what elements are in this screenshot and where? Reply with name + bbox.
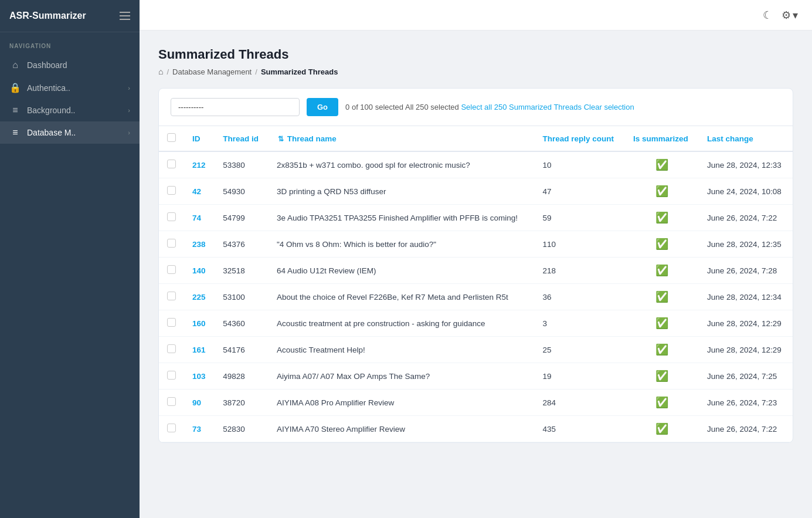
column-thread-id[interactable]: Thread id	[215, 126, 269, 151]
sidebar-item-dashboard[interactable]: ⌂ Dashboard	[0, 54, 140, 76]
select-all-checkbox[interactable]	[167, 133, 176, 142]
id-link[interactable]: 140	[192, 266, 206, 275]
row-checkbox[interactable]	[167, 160, 176, 168]
id-link[interactable]: 42	[192, 187, 201, 196]
summarized-check-icon: ✅	[633, 343, 691, 356]
row-reply-count: 59	[535, 205, 626, 231]
row-id: 161	[184, 337, 215, 363]
table-row: 212 53380 2x8351b + w371 combo. good spl…	[159, 151, 793, 178]
sidebar: ASR-Summarizer NAVIGATION ⌂ Dashboard 🔒 …	[0, 0, 140, 518]
row-id: 103	[184, 363, 215, 390]
column-is-summarized[interactable]: Is summarized	[625, 126, 699, 151]
row-id: 90	[184, 390, 215, 416]
row-id: 225	[184, 284, 215, 310]
row-last-change: June 26, 2024, 7:25	[699, 363, 793, 390]
sidebar-item-database[interactable]: ≡ Database M.. ›	[0, 121, 140, 144]
row-checkbox-cell	[159, 363, 184, 390]
sidebar-item-background[interactable]: ≡ Background.. ›	[0, 99, 140, 121]
row-thread-name: 3D printing a QRD N53 diffuser	[269, 178, 535, 205]
row-id: 212	[184, 151, 215, 178]
row-checkbox-cell	[159, 310, 184, 337]
row-checkbox[interactable]	[167, 424, 176, 432]
row-thread-id: 38720	[215, 390, 269, 416]
column-thread-reply-count[interactable]: Thread reply count	[535, 126, 626, 151]
row-thread-name: Acoustic Treatment Help!	[269, 337, 535, 363]
row-reply-count: 110	[535, 231, 626, 258]
row-checkbox-cell	[159, 390, 184, 416]
row-checkbox[interactable]	[167, 397, 176, 406]
row-is-summarized: ✅	[625, 416, 699, 442]
row-thread-name: 64 Audio U12t Review (IEM)	[269, 258, 535, 284]
row-checkbox[interactable]	[167, 371, 176, 380]
summarized-check-icon: ✅	[633, 185, 691, 198]
id-link[interactable]: 73	[192, 425, 201, 434]
go-button[interactable]: Go	[307, 98, 338, 116]
summarized-check-icon: ✅	[633, 370, 691, 382]
row-checkbox[interactable]	[167, 186, 176, 195]
moon-icon[interactable]: ☾	[763, 9, 772, 22]
summarized-check-icon: ✅	[633, 158, 691, 171]
nav-label: NAVIGATION	[0, 32, 140, 54]
row-reply-count: 25	[535, 337, 626, 363]
id-link[interactable]: 225	[192, 293, 206, 302]
row-checkbox[interactable]	[167, 239, 176, 248]
summarized-check-icon: ✅	[633, 211, 691, 224]
row-thread-name: About the choice of Revel F226Be, Kef R7…	[269, 284, 535, 310]
table-toolbar: Go 0 of 100 selected All 250 selected Se…	[159, 89, 793, 126]
sidebar-item-label: Dashboard	[27, 60, 130, 70]
table-row: 42 54930 3D printing a QRD N53 diffuser …	[159, 178, 793, 205]
row-is-summarized: ✅	[625, 178, 699, 205]
lock-icon: 🔒	[9, 82, 21, 93]
id-link[interactable]: 103	[192, 372, 206, 381]
id-link[interactable]: 90	[192, 398, 201, 407]
topbar: ☾ ⚙ ▾	[140, 0, 812, 31]
id-link[interactable]: 212	[192, 161, 206, 170]
row-checkbox[interactable]	[167, 344, 176, 353]
search-input[interactable]	[171, 98, 300, 116]
row-checkbox[interactable]	[167, 292, 176, 300]
summarized-check-icon: ✅	[633, 264, 691, 277]
chevron-right-icon: ›	[128, 129, 130, 136]
sidebar-item-label: Database M..	[27, 128, 122, 137]
row-thread-name: 3e Audio TPA3251 TPA3255 Finished Amplif…	[269, 205, 535, 231]
id-link[interactable]: 160	[192, 319, 206, 328]
background-icon: ≡	[9, 105, 21, 116]
row-last-change: June 28, 2024, 12:29	[699, 337, 793, 363]
id-link[interactable]: 238	[192, 240, 206, 249]
row-checkbox-cell	[159, 178, 184, 205]
row-last-change: June 26, 2024, 7:23	[699, 390, 793, 416]
row-checkbox[interactable]	[167, 265, 176, 274]
clear-selection-link[interactable]: Clear selection	[584, 103, 634, 111]
row-thread-id: 32518	[215, 258, 269, 284]
table-row: 225 53100 About the choice of Revel F226…	[159, 284, 793, 310]
row-checkbox[interactable]	[167, 212, 176, 221]
row-checkbox[interactable]	[167, 318, 176, 327]
row-last-change: June 28, 2024, 12:34	[699, 284, 793, 310]
row-is-summarized: ✅	[625, 284, 699, 310]
sidebar-item-authentication[interactable]: 🔒 Authentica.. ›	[0, 76, 140, 99]
breadcrumb-parent[interactable]: Database Management	[172, 67, 252, 76]
id-link[interactable]: 74	[192, 214, 201, 222]
row-thread-id: 53100	[215, 284, 269, 310]
column-last-change[interactable]: Last change	[699, 126, 793, 151]
row-reply-count: 284	[535, 390, 626, 416]
id-link[interactable]: 161	[192, 346, 206, 354]
select-all-link[interactable]: Select all 250 Summarized Threads	[461, 103, 582, 111]
row-is-summarized: ✅	[625, 231, 699, 258]
row-thread-name: AIYIMA A08 Pro Amplifier Review	[269, 390, 535, 416]
settings-menu[interactable]: ⚙ ▾	[782, 9, 798, 22]
breadcrumb: ⌂ / Database Management / Summarized Thr…	[158, 67, 793, 76]
row-last-change: June 26, 2024, 7:22	[699, 416, 793, 442]
summarized-check-icon: ✅	[633, 396, 691, 409]
row-id: 73	[184, 416, 215, 442]
row-id: 42	[184, 178, 215, 205]
row-checkbox-cell	[159, 231, 184, 258]
column-thread-name[interactable]: ⇅ Thread name	[269, 126, 535, 151]
main-content: ☾ ⚙ ▾ Summarized Threads ⌂ / Database Ma…	[140, 0, 812, 518]
row-reply-count: 10	[535, 151, 626, 178]
column-id[interactable]: ID	[184, 126, 215, 151]
row-thread-id: 49828	[215, 363, 269, 390]
breadcrumb-separator: /	[255, 67, 257, 76]
hamburger-button[interactable]	[120, 12, 130, 20]
home-breadcrumb-icon[interactable]: ⌂	[158, 67, 163, 76]
